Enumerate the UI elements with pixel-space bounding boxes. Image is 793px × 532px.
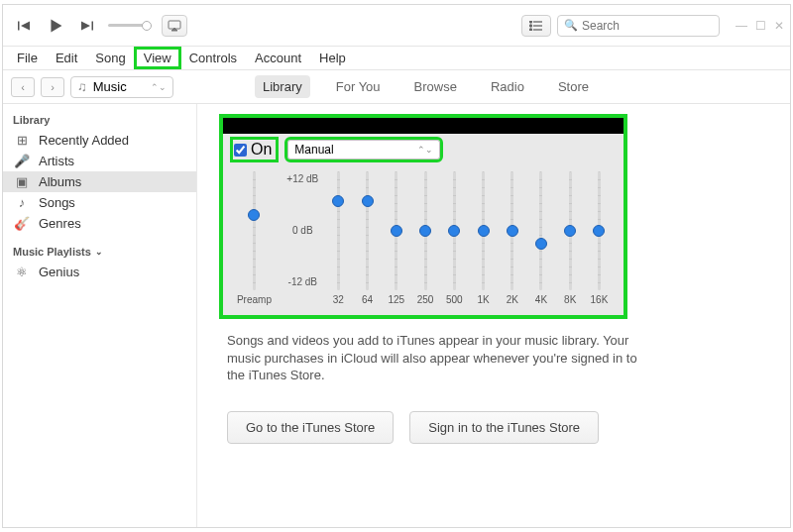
equalizer-titlebar[interactable] bbox=[223, 118, 623, 134]
close-button[interactable]: ✕ bbox=[774, 19, 784, 33]
equalizer-preset-value: Manual bbox=[294, 143, 333, 157]
eq-band-label: 250 bbox=[417, 294, 434, 305]
sidebar-item-genres[interactable]: 🎸Genres bbox=[3, 213, 196, 234]
guitar-icon: 🎸 bbox=[13, 216, 31, 231]
eq-band-32[interactable]: 32 bbox=[324, 171, 353, 305]
itunes-window: 🔍 — ☐ ✕ FileEditSongViewControlsAccountH… bbox=[2, 4, 791, 528]
tab-browse[interactable]: Browse bbox=[406, 75, 465, 98]
sidebar-item-label: Genius bbox=[39, 265, 79, 279]
note-icon: ♪ bbox=[13, 195, 31, 210]
eq-band-64[interactable]: 64 bbox=[353, 171, 382, 305]
equalizer-on-checkbox[interactable] bbox=[234, 144, 247, 157]
sidebar-item-songs[interactable]: ♪Songs bbox=[3, 192, 196, 213]
search-icon: 🔍 bbox=[564, 19, 578, 32]
content-area: On Manual ⌃⌄ Preamp+12 dB0 dB-12 dB32641… bbox=[197, 104, 790, 527]
eq-band-250[interactable]: 250 bbox=[410, 171, 439, 305]
tab-library[interactable]: Library bbox=[255, 75, 310, 98]
next-button[interactable] bbox=[72, 11, 102, 41]
search-input[interactable] bbox=[582, 19, 713, 33]
menu-view[interactable]: View bbox=[136, 49, 179, 67]
play-button[interactable] bbox=[41, 11, 70, 41]
chevron-updown-icon: ⌃⌄ bbox=[417, 145, 433, 155]
titlebar: 🔍 — ☐ ✕ bbox=[3, 5, 790, 47]
sidebar-item-label: Genres bbox=[39, 216, 81, 231]
sidebar-section-playlists: Music Playlists ⌄ bbox=[3, 242, 196, 262]
playback-controls bbox=[9, 11, 187, 41]
sidebar-item-recently-added[interactable]: ⊞Recently Added bbox=[3, 130, 196, 151]
menu-song[interactable]: Song bbox=[87, 49, 133, 67]
eq-band-label: 500 bbox=[446, 294, 463, 305]
equalizer-panel: On Manual ⌃⌄ Preamp+12 dB0 dB-12 dB32641… bbox=[219, 114, 627, 319]
sidebar: Library ⊞Recently Added🎤Artists▣Albums♪S… bbox=[3, 104, 197, 527]
eq-preamp-label: Preamp bbox=[237, 294, 272, 305]
content-tabs: LibraryFor YouBrowseRadioStore bbox=[255, 75, 597, 98]
eq-band-label: 2K bbox=[507, 294, 518, 305]
sidebar-item-label: Songs bbox=[39, 195, 75, 210]
equalizer-on-label: On bbox=[251, 141, 272, 159]
source-label: Music bbox=[93, 79, 127, 94]
sidebar-section-library: Library bbox=[3, 110, 196, 130]
sign-in-store-button[interactable]: Sign in to the iTunes Store bbox=[409, 411, 599, 444]
eq-band-label: 8K bbox=[564, 294, 576, 305]
sidebar-item-albums[interactable]: ▣Albums bbox=[3, 171, 196, 192]
equalizer-on-toggle[interactable]: On bbox=[233, 140, 276, 160]
nav-toolbar: ‹ › ♫ Music ⌃⌄ LibraryFor YouBrowseRadio… bbox=[3, 70, 790, 104]
eq-band-1K[interactable]: 1K bbox=[469, 171, 498, 305]
eq-band-label: 32 bbox=[333, 294, 344, 305]
volume-slider[interactable] bbox=[108, 21, 152, 31]
store-buttons: Go to the iTunes Store Sign in to the iT… bbox=[227, 411, 599, 444]
tab-radio[interactable]: Radio bbox=[483, 75, 532, 98]
sidebar-item-artists[interactable]: 🎤Artists bbox=[3, 151, 196, 171]
sidebar-item-genius[interactable]: ⚛Genius bbox=[3, 262, 196, 282]
genius-icon: ⚛ bbox=[13, 265, 31, 279]
menu-help[interactable]: Help bbox=[311, 49, 354, 67]
menu-account[interactable]: Account bbox=[247, 49, 309, 67]
sidebar-item-label: Recently Added bbox=[39, 133, 129, 148]
chevron-down-icon: ⌄ bbox=[95, 247, 103, 257]
eq-band-16K[interactable]: 16K bbox=[585, 171, 614, 305]
eq-band-label: 125 bbox=[388, 294, 404, 305]
prev-button[interactable] bbox=[9, 11, 39, 41]
airplay-button[interactable] bbox=[162, 15, 187, 37]
minimize-button[interactable]: — bbox=[736, 19, 747, 33]
library-info-text: Songs and videos you add to iTunes appea… bbox=[227, 332, 653, 384]
eq-preamp-slider[interactable]: Preamp bbox=[233, 171, 276, 305]
eq-band-label: 1K bbox=[477, 294, 489, 305]
menu-file[interactable]: File bbox=[9, 49, 46, 67]
equalizer-sliders: Preamp+12 dB0 dB-12 dB32641252505001K2K4… bbox=[223, 165, 623, 315]
eq-band-label: 4K bbox=[535, 294, 547, 305]
equalizer-preset-select[interactable]: Manual ⌃⌄ bbox=[287, 140, 440, 160]
eq-db-scale: +12 dB0 dB-12 dB bbox=[282, 171, 324, 305]
menu-edit[interactable]: Edit bbox=[48, 49, 85, 67]
search-field[interactable]: 🔍 bbox=[557, 15, 720, 37]
body: Library ⊞Recently Added🎤Artists▣Albums♪S… bbox=[3, 104, 790, 527]
clock-icon: ⊞ bbox=[13, 133, 31, 148]
back-button[interactable]: ‹ bbox=[11, 77, 35, 97]
eq-band-label: 64 bbox=[362, 294, 373, 305]
go-to-store-button[interactable]: Go to the iTunes Store bbox=[227, 411, 394, 444]
eq-band-8K[interactable]: 8K bbox=[556, 171, 585, 305]
chevron-updown-icon: ⌃⌄ bbox=[151, 82, 167, 92]
eq-band-125[interactable]: 125 bbox=[382, 171, 410, 305]
tab-store[interactable]: Store bbox=[550, 75, 597, 98]
forward-button[interactable]: › bbox=[41, 77, 64, 97]
sidebar-item-label: Albums bbox=[39, 174, 81, 189]
sidebar-item-label: Artists bbox=[39, 154, 74, 168]
menu-controls[interactable]: Controls bbox=[181, 49, 245, 67]
tab-for-you[interactable]: For You bbox=[328, 75, 389, 98]
svg-point-5 bbox=[530, 25, 532, 27]
eq-band-2K[interactable]: 2K bbox=[498, 171, 526, 305]
mic-icon: 🎤 bbox=[13, 154, 31, 168]
list-view-button[interactable] bbox=[521, 15, 551, 37]
eq-band-500[interactable]: 500 bbox=[440, 171, 469, 305]
eq-band-label: 16K bbox=[591, 294, 609, 305]
equalizer-top-row: On Manual ⌃⌄ bbox=[223, 134, 623, 165]
window-controls: — ☐ ✕ bbox=[736, 19, 784, 33]
eq-band-4K[interactable]: 4K bbox=[526, 171, 555, 305]
maximize-button[interactable]: ☐ bbox=[755, 19, 766, 33]
titlebar-right: 🔍 — ☐ ✕ bbox=[521, 15, 784, 37]
svg-point-6 bbox=[530, 29, 532, 31]
menubar: FileEditSongViewControlsAccountHelp bbox=[3, 47, 790, 70]
source-selector[interactable]: ♫ Music ⌃⌄ bbox=[70, 76, 173, 98]
album-icon: ▣ bbox=[13, 174, 31, 189]
